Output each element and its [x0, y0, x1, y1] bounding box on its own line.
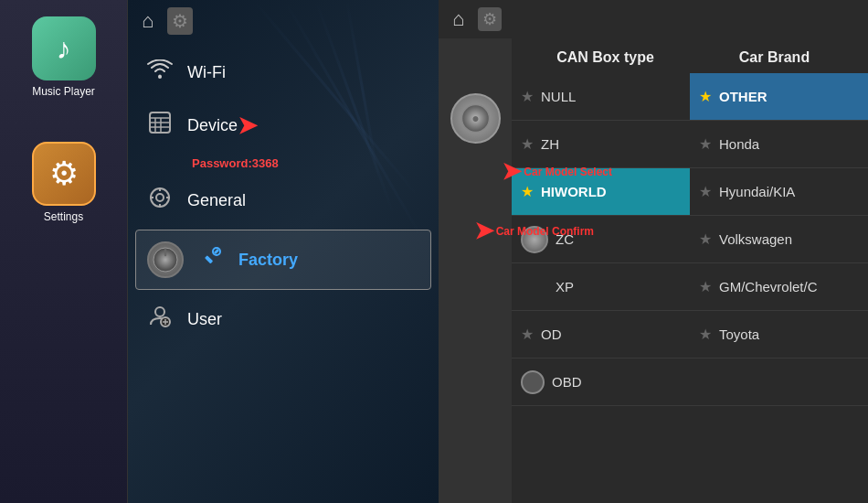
star-honda: ★	[699, 135, 712, 153]
brand-text-toyota: Toyota	[719, 326, 759, 342]
svg-rect-15	[205, 255, 213, 263]
center-panel: ⌂ ⚙ Wi-Fi ➤	[128, 0, 439, 503]
car-select-area: ➤ Car Model Select ➤ Car Model Confirm	[439, 38, 868, 503]
general-label: General	[187, 191, 246, 210]
brand-text-other: OTHER	[719, 89, 767, 104]
password-text: Password:3368	[192, 156, 279, 170]
gear-icon: ⚙	[49, 155, 79, 193]
star-gm: ★	[699, 278, 712, 295]
car-model-select-annotation: ➤ Car Model Select	[502, 157, 612, 186]
car-model-select-label: Car Model Select	[524, 166, 612, 178]
brand-cell-volkswagen[interactable]: ★ Volkswagen	[690, 216, 868, 262]
music-note-icon: ♪	[57, 32, 71, 66]
menu-item-user[interactable]: User	[128, 292, 439, 347]
brand-cell-other[interactable]: ★ OTHER	[690, 73, 868, 120]
can-cell-od[interactable]: ★ OD	[512, 311, 690, 358]
table-rows: ★ NULL ★ OTHER ★ ZH ★	[512, 73, 868, 503]
sidebar: ♪ Music Player ⚙ Settings	[0, 0, 128, 503]
right-panel-header: ⌂ ⚙	[439, 0, 868, 38]
can-box-table: CAN Box type Car Brand ★ NULL ★ OTHER	[512, 38, 868, 503]
can-text-xp: XP	[556, 279, 574, 294]
car-model-confirm-button[interactable]: ●	[450, 93, 501, 144]
can-cell-obd[interactable]: OBD	[512, 359, 690, 405]
svg-point-8	[156, 194, 164, 201]
factory-toggle[interactable]	[147, 241, 184, 278]
right-home-icon[interactable]: ⌂	[452, 7, 464, 31]
star-volkswagen: ★	[699, 230, 712, 248]
settings-label: Settings	[44, 210, 83, 223]
factory-wrench-icon	[197, 245, 225, 274]
can-text-null: NULL	[541, 89, 576, 104]
right-gear-icon[interactable]: ⚙	[478, 7, 502, 31]
can-cell-xp[interactable]: XP	[512, 263, 690, 310]
star-zh: ★	[521, 135, 534, 153]
can-cell-null[interactable]: ★ NULL	[512, 73, 690, 120]
arrow-car-select: ➤	[502, 157, 522, 186]
star-hyundai: ★	[699, 183, 712, 200]
music-player-box: ♪	[32, 16, 96, 80]
wifi-label: Wi-Fi	[187, 63, 226, 82]
can-text-zh: ZH	[541, 136, 559, 152]
factory-label: Factory	[238, 251, 298, 270]
device-label: Device	[187, 116, 238, 135]
user-label: User	[187, 310, 222, 329]
right-panel: ⌂ ⚙ ➤ Car Model Select ➤ Car Model Confi…	[439, 0, 868, 503]
can-text-hiworld: HIWORLD	[541, 184, 607, 199]
brand-cell-empty	[690, 359, 868, 405]
center-gear-icon[interactable]: ⚙	[167, 7, 193, 35]
general-icon	[146, 186, 174, 215]
menu-item-device[interactable]: ➤ Device ➤	[128, 98, 439, 153]
settings-icon-container[interactable]: ⚙ Settings	[32, 142, 96, 223]
table-row[interactable]: XP ★ GM/Chevrolet/C	[512, 263, 868, 311]
col-can-header: CAN Box type	[521, 49, 690, 66]
center-home-icon[interactable]: ⌂	[142, 9, 153, 33]
user-icon	[146, 305, 174, 334]
brand-text-volkswagen: Volkswagen	[719, 231, 792, 247]
brand-cell-toyota[interactable]: ★ Toyota	[690, 311, 868, 358]
car-model-confirm-annotation: ➤ Car Model Confirm	[474, 217, 594, 245]
car-model-confirm-label: Car Model Confirm	[496, 225, 594, 238]
can-text-obd: OBD	[552, 374, 582, 390]
arrow-car-confirm: ➤	[474, 217, 494, 245]
table-row[interactable]: ★ OD ★ Toyota	[512, 311, 868, 359]
table-row[interactable]: OBD	[512, 359, 868, 406]
brand-cell-honda[interactable]: ★ Honda	[690, 121, 868, 167]
star-toyota: ★	[699, 326, 712, 343]
music-player-label: Music Player	[32, 85, 95, 98]
svg-point-17	[155, 307, 164, 316]
table-header: CAN Box type Car Brand	[512, 38, 868, 73]
brand-text-gm: GM/Chevrolet/C	[719, 279, 818, 294]
brand-text-honda: Honda	[719, 136, 759, 152]
center-panel-header: ⌂ ⚙	[128, 0, 439, 42]
password-row: Password:3368	[128, 153, 439, 173]
col-brand-header: Car Brand	[690, 49, 859, 66]
device-icon	[146, 111, 174, 140]
star-od: ★	[521, 326, 534, 343]
obd-icon	[521, 370, 545, 394]
menu-item-general[interactable]: General	[128, 173, 439, 228]
menu-item-wifi[interactable]: Wi-Fi	[128, 47, 439, 98]
settings-box: ⚙	[32, 142, 96, 206]
can-text-od: OD	[541, 326, 562, 342]
svg-point-0	[158, 75, 162, 79]
star-null: ★	[521, 88, 534, 105]
table-row[interactable]: ★ NULL ★ OTHER	[512, 73, 868, 121]
brand-cell-gm[interactable]: ★ GM/Chevrolet/C	[690, 263, 868, 310]
menu-list: Wi-Fi ➤ Device ➤ Password:3368	[128, 42, 439, 351]
star-other: ★	[699, 88, 712, 105]
menu-item-factory[interactable]: Factory	[135, 230, 431, 290]
brand-text-hyundai: Hyundai/KIA	[719, 184, 795, 199]
music-player-icon[interactable]: ♪ Music Player	[32, 16, 96, 98]
arrow-device-2: ➤	[238, 112, 258, 140]
wifi-icon	[146, 59, 174, 85]
svg-text:●: ●	[471, 111, 479, 125]
car-model-left: ➤ Car Model Select ➤ Car Model Confirm	[439, 38, 512, 503]
brand-cell-hyundai[interactable]: ★ Hyundai/KIA	[690, 168, 868, 215]
